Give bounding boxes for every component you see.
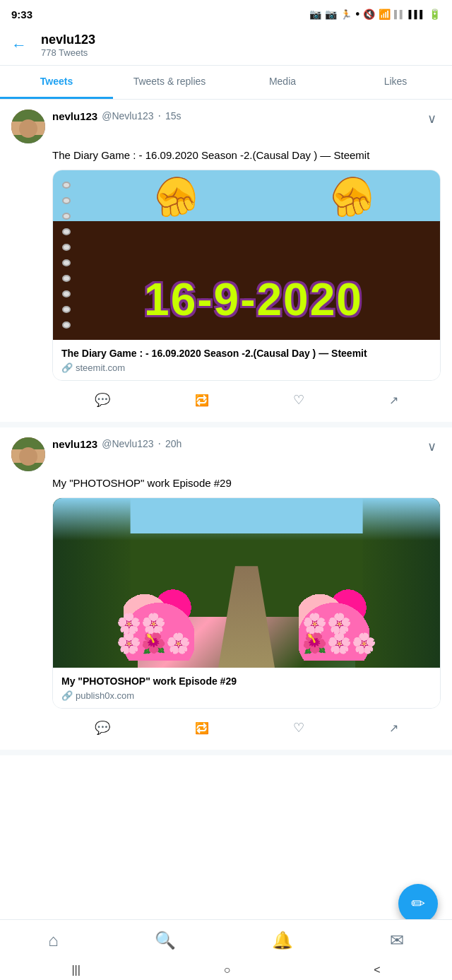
nav-home-button[interactable]: ⌂ <box>34 928 73 953</box>
share-icon: ↗ <box>389 721 398 735</box>
sky-gradient <box>53 498 440 541</box>
share-button[interactable]: ↗ <box>382 388 405 412</box>
diary-image: ✊ ✊ <box>53 170 440 340</box>
card-image: 🌸🌸🌸🌺🌸 🌸🌸🌺🌸🌸 <box>53 498 440 668</box>
camera-icon: 📷 <box>309 8 321 20</box>
compose-icon: ✏ <box>411 894 425 914</box>
tweet-username: nevlu123 <box>52 438 97 450</box>
photoshop-garden-image: 🌸🌸🌸🌺🌸 🌸🌸🌺🌸🌸 <box>53 498 440 668</box>
profile-tabs: Tweets Tweets & replies Media Likes <box>0 66 452 100</box>
profile-header: ← nevlu123 778 Tweets <box>0 25 452 66</box>
search-icon: 🔍 <box>155 931 176 950</box>
tweet-header: nevlu123 @Nevlu123 · 20h ∨ <box>11 437 441 471</box>
avatar-image <box>11 110 45 143</box>
tab-tweets[interactable]: Tweets <box>0 66 113 99</box>
diary-spiral <box>60 170 73 340</box>
bell-icon: 🔔 <box>272 931 293 950</box>
tab-media[interactable]: Media <box>226 66 339 99</box>
tweet-text: The Diary Game : - 16.09.2020 Season -2.… <box>52 148 441 163</box>
fist-right-icon: ✊ <box>328 174 376 220</box>
like-button[interactable]: ♡ <box>286 388 311 412</box>
signal2-icon: ▌▌▌ <box>409 10 425 18</box>
reply-icon: 💬 <box>95 720 110 736</box>
home-icon: ⌂ <box>48 931 59 950</box>
android-back-button[interactable]: < <box>374 964 380 976</box>
battery-icon: 🔋 <box>429 8 441 20</box>
tab-likes[interactable]: Likes <box>339 66 452 99</box>
tweet-time: 20h <box>165 438 182 449</box>
link-icon: 🔗 <box>61 362 73 373</box>
fists-container: ✊ ✊ <box>88 170 440 223</box>
spiral-ring <box>62 259 71 266</box>
card-title: The Diary Game : - 16.09.2020 Season -2.… <box>61 347 432 360</box>
card-image: ✊ ✊ <box>53 170 440 340</box>
tweet-card[interactable]: ✊ ✊ <box>52 170 441 381</box>
spiral-ring <box>62 306 71 313</box>
android-menu-button[interactable]: ||| <box>71 964 80 976</box>
android-home-button[interactable]: ○ <box>224 964 231 976</box>
spiral-ring <box>62 228 71 235</box>
spiral-ring <box>62 213 71 220</box>
tweet-username: nevlu123 <box>52 110 97 122</box>
spiral-ring <box>62 275 71 282</box>
like-icon: ♡ <box>293 392 304 408</box>
avatar <box>11 110 45 143</box>
tweet-dropdown-button[interactable]: ∨ <box>423 110 441 128</box>
tweet-text: My "PHOTOSHOP" work Episode #29 <box>52 476 441 490</box>
tweet-meta: nevlu123 @Nevlu123 · 15s <box>52 110 423 122</box>
tweet-header: nevlu123 @Nevlu123 · 15s ∨ <box>11 110 441 143</box>
flower-cluster-right: 🌸🌸🌺🌸🌸 <box>302 614 376 654</box>
tweet-card[interactable]: 🌸🌸🌸🌺🌸 🌸🌸🌺🌸🌸 My "PHOTOSHOP" work Episode … <box>52 497 441 709</box>
back-button[interactable]: ← <box>11 36 27 54</box>
card-domain: 🔗 publish0x.com <box>61 690 432 701</box>
nav-search-button[interactable]: 🔍 <box>141 928 190 953</box>
header-info: nevlu123 778 Tweets <box>41 33 95 58</box>
tweets-feed: nevlu123 @Nevlu123 · 15s ∨ The Diary Gam… <box>0 100 452 840</box>
signal1-icon: ▌▌ <box>394 10 405 18</box>
avatar-image <box>11 437 45 471</box>
link-icon: 🔗 <box>61 690 73 701</box>
card-content: My "PHOTOSHOP" work Episode #29 🔗 publis… <box>53 668 440 708</box>
dot-indicator: • <box>355 8 359 20</box>
domain-text: publish0x.com <box>76 690 134 701</box>
spiral-ring <box>62 182 71 189</box>
tweet-handle: @Nevlu123 <box>102 110 153 122</box>
compose-tweet-button[interactable]: ✏ <box>398 884 438 923</box>
fist-left-icon: ✊ <box>152 174 201 220</box>
messages-icon: ✉ <box>390 931 404 950</box>
retweet-icon: 🔁 <box>195 721 209 735</box>
retweet-button[interactable]: 🔁 <box>188 388 216 412</box>
tweet-item: nevlu123 @Nevlu123 · 20h ∨ My "PHOTOSHOP… <box>0 427 452 755</box>
retweet-button[interactable]: 🔁 <box>188 716 216 740</box>
camera2-icon: 📷 <box>325 8 337 20</box>
status-time: 9:33 <box>11 8 32 20</box>
spiral-ring <box>62 197 71 204</box>
share-button[interactable]: ↗ <box>382 716 405 740</box>
nav-notifications-button[interactable]: 🔔 <box>258 928 307 953</box>
tab-tweets-replies[interactable]: Tweets & replies <box>113 66 226 99</box>
tweet-meta: nevlu123 @Nevlu123 · 20h <box>52 437 423 450</box>
domain-text: steemit.com <box>76 362 125 373</box>
tweet-user-line: nevlu123 @Nevlu123 · 20h <box>52 437 423 450</box>
reply-icon: 💬 <box>95 392 110 408</box>
like-button[interactable]: ♡ <box>286 716 311 740</box>
reply-button[interactable]: 💬 <box>88 388 117 412</box>
tweet-dropdown-button[interactable]: ∨ <box>423 437 441 456</box>
tweet-handle: @Nevlu123 <box>102 438 153 449</box>
tweet-item: nevlu123 @Nevlu123 · 15s ∨ The Diary Gam… <box>0 100 452 427</box>
nav-messages-button[interactable]: ✉ <box>376 928 418 953</box>
tweet-time: 15s <box>165 110 182 122</box>
tweet-actions: 💬 🔁 ♡ ↗ <box>52 388 441 412</box>
spiral-ring <box>62 290 71 297</box>
avatar <box>11 437 45 471</box>
profile-username: nevlu123 <box>41 33 95 47</box>
tweet-count: 778 Tweets <box>41 47 95 58</box>
android-navigation-bar: ||| ○ < <box>0 960 452 980</box>
spiral-ring <box>62 321 71 329</box>
bottom-navigation: ⌂ 🔍 🔔 ✉ <box>0 919 452 960</box>
card-content: The Diary Game : - 16.09.2020 Season -2.… <box>53 340 440 380</box>
status-icons: 📷 📷 🏃 • 🔇 📶 ▌▌ ▌▌▌ 🔋 <box>309 8 441 20</box>
retweet-icon: 🔁 <box>195 394 209 407</box>
share-icon: ↗ <box>389 394 398 407</box>
reply-button[interactable]: 💬 <box>88 716 117 740</box>
